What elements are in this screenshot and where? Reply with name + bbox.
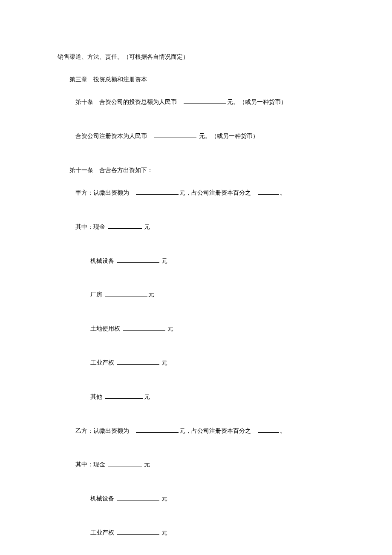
text: 工业产权 xyxy=(90,359,116,366)
text: 元 xyxy=(160,258,168,264)
blank-field[interactable] xyxy=(258,426,279,433)
text: 元 xyxy=(143,461,150,468)
text: 元 xyxy=(160,359,168,366)
list-item: 机械设备 元 xyxy=(58,244,334,278)
text: 合资公司注册资本为人民币 xyxy=(75,133,153,139)
blank-line xyxy=(58,153,334,165)
blank-field[interactable] xyxy=(117,256,159,263)
blank-field[interactable] xyxy=(123,324,165,331)
list-item: 工业产权 元 xyxy=(58,516,334,550)
chapter-heading: 第三章 投资总额和注册资本 xyxy=(58,74,334,86)
blank-line xyxy=(58,63,334,75)
text: 元 xyxy=(160,529,168,536)
text: 其他 xyxy=(90,394,104,400)
blank-field[interactable] xyxy=(117,528,159,535)
blank-field[interactable] xyxy=(184,98,226,104)
list-item: 机械设备 元 xyxy=(58,482,334,516)
list-item: 土地使用权 元 xyxy=(58,312,334,346)
text: 机械设备 xyxy=(90,495,116,502)
list-item: 其中：现金 元 xyxy=(58,448,334,482)
text: 元 xyxy=(166,325,174,332)
blank-field[interactable] xyxy=(108,460,142,466)
blank-field[interactable] xyxy=(108,222,142,229)
text: 厂房 xyxy=(90,291,104,298)
article-line: 第十条 合资公司的投资总额为人民币 元。（或另一种货币） xyxy=(58,86,334,120)
text: 工业产权 xyxy=(90,529,116,536)
party-b-line: 乙方：认缴出资额为 元，占公司注册资本百分之 。 xyxy=(58,414,334,448)
blank-field[interactable] xyxy=(117,494,159,500)
text: 元 xyxy=(148,291,154,298)
list-item: 其他 元 xyxy=(58,380,334,414)
text: 其中：现金 xyxy=(75,224,107,230)
blank-field[interactable] xyxy=(105,392,143,399)
blank-field[interactable] xyxy=(154,132,196,138)
text: 土地使用权 xyxy=(90,325,122,332)
text: 。 xyxy=(280,428,286,434)
list-item: 其中：现金 元 xyxy=(58,210,334,244)
dotted-divider xyxy=(58,47,334,47)
text: 甲方：认缴出资额为 xyxy=(75,190,135,196)
text: 乙方：认缴出资额为 xyxy=(75,428,135,434)
text: 元，占公司注册资本百分之 xyxy=(179,428,257,434)
text: 。 xyxy=(280,190,286,196)
text: 机械设备 xyxy=(90,258,116,264)
blank-field[interactable] xyxy=(105,290,147,296)
party-a-line: 甲方：认缴出资额为 元，占公司注册资本百分之 。 xyxy=(58,176,334,210)
text: 元 xyxy=(160,495,168,502)
text: 元。（或另一种货币） xyxy=(197,133,259,139)
article-line: 合资公司注册资本为人民币 元。（或另一种货币） xyxy=(58,120,334,154)
blank-field[interactable] xyxy=(136,188,179,195)
text: 元，占公司注册资本百分之 xyxy=(179,190,257,196)
body-line: 销售渠道、方法、责任。（可根据各自情况而定） xyxy=(58,52,334,63)
article-line: 第十一条 合营各方出资如下： xyxy=(58,165,334,176)
text: 元 xyxy=(144,394,150,400)
list-item: 其他 元 xyxy=(58,550,334,555)
text: 其中：现金 xyxy=(75,461,107,468)
blank-field[interactable] xyxy=(258,188,279,195)
text: 元。（或另一种货币） xyxy=(227,99,287,105)
list-item: 厂房 元 xyxy=(58,278,334,312)
text: 第十条 合资公司的投资总额为人民币 xyxy=(75,99,183,105)
blank-field[interactable] xyxy=(117,358,159,365)
blank-field[interactable] xyxy=(136,426,179,433)
list-item: 工业产权 元 xyxy=(58,346,334,380)
document-page: 销售渠道、方法、责任。（可根据各自情况而定） 第三章 投资总额和注册资本 第十条… xyxy=(0,0,392,555)
text: 元 xyxy=(143,224,150,230)
